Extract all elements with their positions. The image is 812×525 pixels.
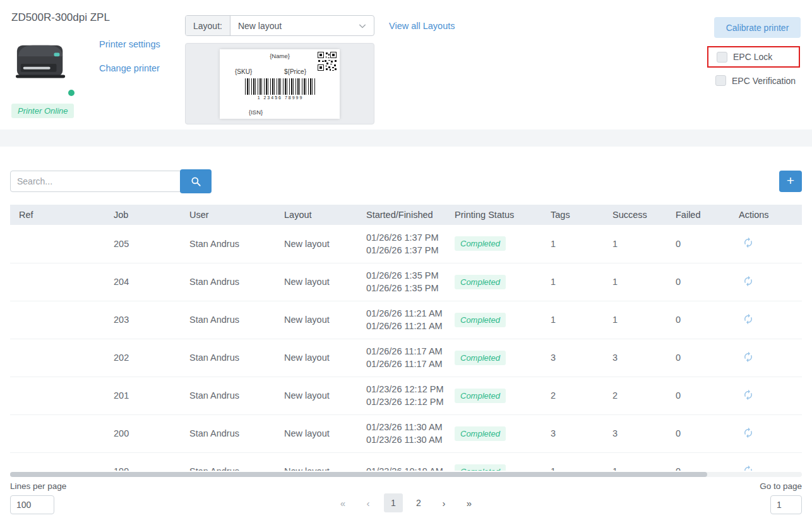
- cell-failed: 0: [667, 414, 730, 452]
- go-to-page-label: Go to page: [760, 481, 802, 491]
- reprint-icon[interactable]: [743, 275, 754, 287]
- pagination: « ‹ 12 › »: [333, 493, 479, 512]
- epc-lock-label: EPC Lock: [733, 52, 772, 62]
- cell-failed: 0: [667, 301, 730, 339]
- pagination-prev-button[interactable]: ‹: [359, 493, 378, 512]
- cell-layout: New layout: [275, 452, 357, 471]
- table-row: 203 Stan Andrus New layout 01/26/26 11:2…: [10, 301, 802, 339]
- search-input[interactable]: [10, 171, 181, 192]
- cell-failed: 0: [667, 225, 730, 263]
- pagination-first-button[interactable]: «: [333, 493, 352, 512]
- cell-success: 2: [604, 377, 667, 414]
- cell-printing-status: Completed: [446, 225, 542, 263]
- column-header-success: Success: [604, 205, 667, 225]
- scrollbar-thumb[interactable]: [10, 472, 707, 477]
- pagination-pages: 12: [384, 493, 428, 512]
- cell-started-finished: 01/26/26 11:21 AM 01/26/26 11:21 AM: [357, 301, 446, 339]
- cell-user: Stan Andrus: [181, 301, 275, 339]
- reprint-icon[interactable]: [743, 427, 754, 438]
- calibrate-printer-button[interactable]: Calibrate printer: [714, 17, 801, 38]
- printer-header-panel: ZD500R-300dpi ZPL Printer settings Chang…: [0, 0, 812, 130]
- layout-select[interactable]: Layout: New layout: [185, 15, 374, 36]
- search-button[interactable]: [180, 169, 212, 193]
- finished-time: 01/26/26 11:17 AM: [366, 358, 442, 370]
- cell-success: 3: [604, 339, 667, 377]
- reprint-icon[interactable]: [743, 389, 754, 401]
- jobs-toolbar: +: [10, 169, 802, 193]
- cell-ref: [10, 414, 105, 452]
- cell-user: Stan Andrus: [181, 377, 275, 414]
- label-sku-field: {SKU}: [235, 68, 252, 75]
- cell-job: 201: [105, 377, 181, 414]
- cell-job: 202: [105, 339, 181, 377]
- table-body: 205 Stan Andrus New layout 01/26/26 1:37…: [10, 225, 802, 471]
- view-all-layouts-link[interactable]: View all Layouts: [389, 21, 455, 31]
- reprint-icon[interactable]: [743, 313, 754, 325]
- started-time: 01/23/26 12:12 PM: [366, 383, 442, 395]
- cell-tags: 1: [542, 263, 604, 301]
- pagination-page-1[interactable]: 1: [384, 493, 403, 512]
- cell-printing-status: Completed: [446, 301, 542, 339]
- add-job-button[interactable]: +: [779, 171, 802, 192]
- column-header-printing-status: Printing Status: [446, 205, 542, 225]
- change-printer-link[interactable]: Change printer: [99, 63, 160, 73]
- epc-verification-label: EPC Verification: [732, 76, 796, 86]
- started-time: 01/26/26 11:21 AM: [366, 307, 442, 320]
- started-time: 01/26/26 1:35 PM: [366, 269, 442, 282]
- cell-started-finished: 01/26/26 1:37 PM 01/26/26 1:37 PM: [357, 225, 446, 263]
- printer-jobs-page: ZD500R-300dpi ZPL Printer settings Chang…: [0, 0, 812, 525]
- cell-started-finished: 01/23/26 10:19 AM: [357, 452, 446, 471]
- cell-ref: [10, 339, 105, 377]
- cell-actions: [730, 225, 802, 263]
- reprint-icon[interactable]: [743, 351, 754, 363]
- printer-online-dot: [68, 90, 75, 96]
- status-badge: Completed: [455, 389, 506, 403]
- jobs-panel: + RefJobUserLayoutStarted/FinishedPrinti…: [0, 169, 812, 525]
- plus-icon: +: [787, 174, 794, 187]
- go-to-page-input[interactable]: [770, 495, 802, 514]
- table-row: 205 Stan Andrus New layout 01/26/26 1:37…: [10, 225, 802, 263]
- table-row: 201 Stan Andrus New layout 01/23/26 12:1…: [10, 377, 802, 414]
- printer-settings-link[interactable]: Printer settings: [99, 39, 160, 49]
- lines-per-page-input[interactable]: [10, 495, 54, 514]
- finished-time: 01/26/26 11:21 AM: [366, 320, 442, 332]
- cell-tags: 3: [542, 414, 604, 452]
- search-group: [10, 169, 212, 193]
- column-header-job: Job: [105, 205, 181, 225]
- status-badge: Completed: [455, 464, 506, 471]
- table-row: 200 Stan Andrus New layout 01/23/26 11:3…: [10, 414, 802, 452]
- cell-user: Stan Andrus: [181, 263, 275, 301]
- pagination-page-2[interactable]: 2: [409, 493, 428, 512]
- jobs-table: RefJobUserLayoutStarted/FinishedPrinting…: [10, 205, 802, 471]
- layout-select-value: New layout: [230, 21, 357, 31]
- cell-tags: 1: [542, 301, 604, 339]
- epc-lock-checkbox[interactable]: [717, 52, 727, 63]
- cell-layout: New layout: [275, 339, 357, 377]
- chevron-down-icon: [357, 21, 367, 31]
- printer-name: ZD500R-300dpi ZPL: [11, 11, 110, 24]
- jobs-table-container: RefJobUserLayoutStarted/FinishedPrinting…: [10, 205, 802, 471]
- cell-started-finished: 01/23/26 11:30 AM 01/23/26 11:30 AM: [357, 414, 446, 452]
- cell-started-finished: 01/26/26 11:17 AM 01/26/26 11:17 AM: [357, 339, 446, 377]
- status-badge: Completed: [455, 351, 506, 365]
- column-header-user: User: [181, 205, 275, 225]
- epc-verification-checkbox[interactable]: [715, 75, 726, 86]
- printer-image: [10, 35, 76, 95]
- reprint-icon[interactable]: [743, 465, 754, 471]
- cell-failed: 0: [667, 452, 730, 471]
- pagination-next-button[interactable]: ›: [434, 493, 453, 512]
- cell-layout: New layout: [275, 414, 357, 452]
- cell-tags: 1: [542, 225, 604, 263]
- pagination-last-button[interactable]: »: [460, 493, 479, 512]
- started-time: 01/26/26 11:17 AM: [366, 345, 442, 358]
- cell-success: 1: [604, 452, 667, 471]
- horizontal-scrollbar[interactable]: [10, 472, 802, 477]
- table-footer: Lines per page « ‹ 12 › » Go to page: [10, 477, 802, 525]
- label-card: {Name} {SKU} $: [220, 49, 340, 119]
- layout-select-label: Layout:: [186, 16, 230, 35]
- reprint-icon[interactable]: [743, 237, 754, 248]
- cell-ref: [10, 225, 105, 263]
- table-row: 202 Stan Andrus New layout 01/26/26 11:1…: [10, 339, 802, 377]
- cell-user: Stan Andrus: [181, 339, 275, 377]
- column-header-ref: Ref: [10, 205, 105, 225]
